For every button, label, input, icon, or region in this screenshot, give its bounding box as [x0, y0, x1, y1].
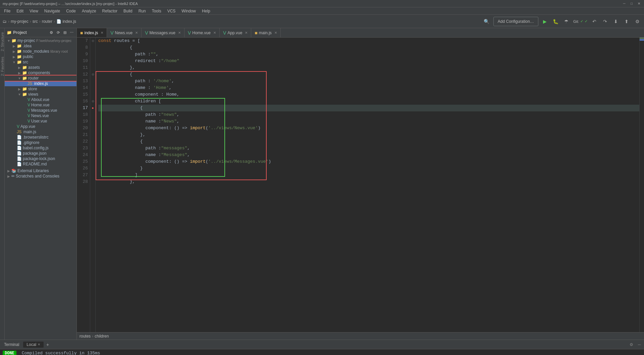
menu-edit[interactable]: Edit — [14, 8, 26, 14]
tab-homevue-label: Home.vue — [192, 31, 211, 35]
redo-button[interactable]: ↷ — [601, 17, 609, 26]
menu-view[interactable]: View — [27, 8, 41, 14]
tree-idea-folder[interactable]: ▶ 📁 .idea — [5, 43, 76, 49]
tree-external-libraries[interactable]: ▶ 📚 External Libraries — [5, 168, 76, 173]
tab-mainjs[interactable]: ■ main.js ✕ — [251, 28, 280, 38]
code-content[interactable]: ➡ const routes = [ { path :"", redirect … — [96, 38, 639, 332]
terminal-label[interactable]: Terminal — [1, 342, 22, 347]
structure-panel-label[interactable]: 2: Structure — [0, 30, 5, 54]
breadcrumb-children[interactable]: children — [95, 334, 109, 339]
menu-help[interactable]: Help — [199, 8, 213, 14]
scratches-icon: ✏ — [11, 174, 15, 179]
menu-tools[interactable]: Tools — [149, 8, 164, 14]
tree-public-folder[interactable]: ▶ 📁 public — [5, 54, 76, 59]
tree-src-folder[interactable]: ▼ 📁 src — [5, 59, 76, 65]
tree-packagejson-file[interactable]: 📄 package.json — [5, 151, 76, 156]
tree-gitignore-file[interactable]: 📄 .gitignore — [5, 140, 76, 145]
views-folder-icon: 📁 — [22, 92, 27, 97]
tree-components-folder[interactable]: ▶ 📁 components — [5, 70, 76, 75]
menu-window[interactable]: Window — [179, 8, 199, 14]
favorites-panel-label[interactable]: 2: Favorites — [0, 54, 5, 79]
menu-refactor[interactable]: Refactor — [100, 8, 120, 14]
menu-file[interactable]: File — [1, 8, 13, 14]
tab-homevue[interactable]: V Home.vue ✕ — [184, 28, 220, 38]
tab-close-icon[interactable]: ✕ — [245, 31, 248, 35]
add-configuration-button[interactable]: Add Configuration… — [493, 17, 538, 26]
terminal-settings-button[interactable]: ⚙ — [628, 341, 635, 348]
menu-navigate[interactable]: Navigate — [42, 8, 63, 14]
minimize-button[interactable]: ─ — [622, 1, 627, 6]
tree-assets-folder[interactable]: ▶ 📁 assets — [5, 65, 76, 70]
menu-build[interactable]: Build — [121, 8, 135, 14]
fold-marker-12[interactable]: ⊖ — [90, 71, 95, 78]
sidebar-settings-button[interactable]: ⚙ — [48, 30, 54, 36]
undo-button[interactable]: ↶ — [590, 17, 598, 26]
tree-appvue-file[interactable]: V App.vue — [5, 124, 76, 129]
tree-node-modules-folder[interactable]: ▶ 📁 node_modules library root — [5, 49, 76, 54]
debug-button[interactable]: 🐛 — [552, 17, 560, 26]
external-libraries-label: External Libraries — [17, 168, 49, 173]
tab-close-icon[interactable]: ✕ — [101, 31, 103, 35]
vcs-update-button[interactable]: ⬇ — [612, 17, 620, 26]
sidebar-sync-button[interactable]: ⟳ — [55, 30, 61, 36]
tree-router-folder[interactable]: ▼ 📁 router — [5, 75, 76, 81]
tab-close-icon[interactable]: ✕ — [178, 31, 181, 35]
tree-babelconfig-file[interactable]: 📄 babel.config.js — [5, 145, 76, 151]
terminal-minimize-button[interactable]: ─ — [636, 341, 643, 348]
breadcrumb-my-projec[interactable]: my-projec — [11, 19, 29, 24]
tree-uservue-file[interactable]: V User.vue — [5, 118, 76, 124]
tree-mainjs-file[interactable]: JS main.js — [5, 129, 76, 135]
tree-store-folder[interactable]: ▶ 📁 store — [5, 86, 76, 92]
browserslistrc-label: .browserslistrc — [23, 135, 49, 140]
menu-analyze[interactable]: Analyze — [79, 8, 99, 14]
fold-marker-7[interactable]: ⊖ — [90, 38, 95, 44]
vcs-commit-button[interactable]: ⬆ — [623, 17, 631, 26]
src-label: src — [23, 60, 28, 64]
tab-close-icon[interactable]: ✕ — [213, 31, 216, 35]
tree-homevue-file[interactable]: V Home.vue — [5, 102, 76, 108]
tab-close-icon[interactable]: ✕ — [135, 31, 138, 35]
tree-browserslistrc-file[interactable]: 📄 .browserslistrc — [5, 135, 76, 140]
breadcrumb-router[interactable]: router — [42, 19, 52, 24]
tree-newsvue-file[interactable]: V News.vue — [5, 113, 76, 118]
menu-vcs[interactable]: VCS — [165, 8, 178, 14]
fold-marker-16[interactable]: ⊖ — [90, 98, 95, 105]
close-button[interactable]: ✕ — [637, 1, 641, 6]
tab-indexjs[interactable]: ■ index.js ✕ — [77, 28, 107, 38]
line-numbers: 7 8 9 10 11 12 13 14 15 16 17 18 19 20 2… — [77, 38, 90, 332]
tree-root-project[interactable]: ▼ 📁 my-projec F:\web\vue\my-projec — [5, 38, 76, 43]
breadcrumb-routes[interactable]: routes — [79, 334, 91, 339]
tree-aboutvue-file[interactable]: V About.vue — [5, 97, 76, 102]
tree-readme-file[interactable]: 📄 README.md — [5, 161, 76, 167]
tree-views-folder[interactable]: ▼ 📁 views — [5, 92, 76, 97]
code-line-7: const routes = [ — [98, 38, 639, 44]
tree-scratches[interactable]: ▶ ✏ Scratches and Consoles — [5, 173, 76, 179]
tab-messagesvue[interactable]: V Messages.vue ✕ — [142, 28, 184, 38]
menu-code[interactable]: Code — [63, 8, 78, 14]
terminal-tab-close-icon[interactable]: ✕ — [38, 343, 40, 346]
terminal-tab-local[interactable]: Local ✕ — [23, 342, 44, 348]
run-button[interactable]: ▶ — [541, 17, 549, 26]
terminal-content[interactable]: DONE Compiled successfully in 135ms 15:5… — [0, 349, 644, 355]
breadcrumb-project[interactable]: 🗂 — [3, 19, 7, 24]
editor-area: ■ index.js ✕ V News.vue ✕ V Messages.vue… — [77, 28, 644, 340]
run-coverage-button[interactable]: ☂ — [562, 17, 571, 26]
tab-newsvue[interactable]: V News.vue ✕ — [107, 28, 142, 38]
terminal-add-button[interactable]: + — [45, 342, 50, 347]
views-label: views — [28, 92, 38, 97]
maximize-button[interactable]: □ — [629, 1, 634, 6]
menu-run[interactable]: Run — [136, 8, 149, 14]
tree-packagelock-file[interactable]: 📄 package-lock.json — [5, 156, 76, 161]
tab-close-icon[interactable]: ✕ — [274, 31, 277, 35]
tab-appvue[interactable]: V App.vue ✕ — [220, 28, 251, 38]
search-toolbar-button[interactable]: 🔍 — [483, 17, 491, 26]
sidebar-collapse-button[interactable]: ⊟ — [62, 30, 68, 36]
breadcrumb-indexjs[interactable]: 📄 index.js — [56, 19, 76, 24]
settings-button[interactable]: ⚙ — [633, 17, 641, 26]
tree-messagesvue-file[interactable]: V Messages.vue — [5, 108, 76, 113]
sidebar-more-button[interactable]: ⋯ — [68, 30, 74, 36]
breadcrumb-src[interactable]: src — [33, 19, 38, 24]
tree-indexjs-file[interactable]: JS index.js — [5, 81, 76, 86]
line-num-13: 13 — [77, 78, 88, 85]
window-controls[interactable]: ─ □ ✕ — [622, 1, 641, 6]
